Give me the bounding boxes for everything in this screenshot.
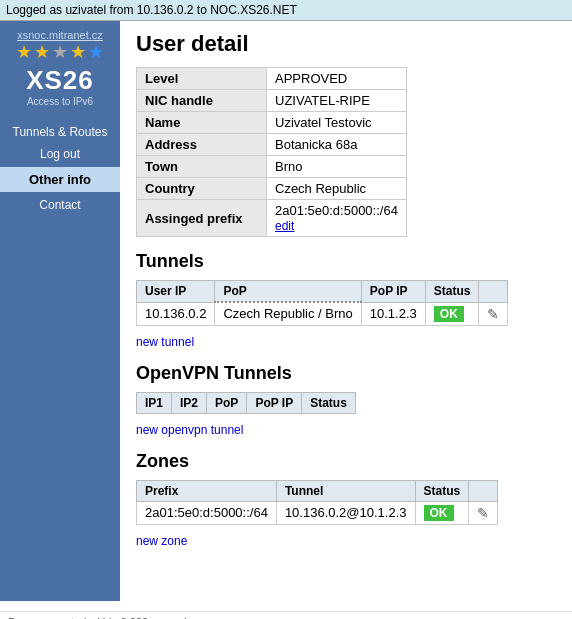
sidebar-nav: Tunnels & Routes Log out Other info Cont…: [0, 121, 120, 216]
user-info-table: Level APPROVED NIC handle UZIVATEL-RIPE …: [136, 67, 407, 237]
col-ip1: IP1: [137, 392, 172, 413]
col-user-ip: User IP: [137, 281, 215, 303]
zone-prefix: 2a01:5e0:d:5000::/64: [137, 501, 277, 524]
col-status: Status: [425, 281, 479, 303]
zone-edit[interactable]: ✎: [469, 501, 498, 524]
field-value-level: APPROVED: [267, 68, 407, 90]
page-title: User detail: [136, 31, 556, 57]
new-openvpn-link[interactable]: new openvpn tunnel: [136, 423, 243, 437]
col-pop: PoP: [215, 281, 361, 303]
sidebar: xsnoc.mitranet.cz ★ ★ ★ ★ ★ XS26 Access …: [0, 21, 120, 601]
col-zone-action: [469, 480, 498, 501]
field-label-town: Town: [137, 156, 267, 178]
zones-table-header: Prefix Tunnel Status: [137, 480, 498, 501]
field-value-country: Czech Republic: [267, 178, 407, 200]
layout: xsnoc.mitranet.cz ★ ★ ★ ★ ★ XS26 Access …: [0, 21, 572, 601]
zones-title: Zones: [136, 451, 556, 472]
col-zone-status: Status: [415, 480, 469, 501]
top-bar-text: Logged as uzivatel from 10.136.0.2 to NO…: [6, 3, 297, 17]
table-row: Country Czech Republic: [137, 178, 407, 200]
field-label-country: Country: [137, 178, 267, 200]
sidebar-item-contact[interactable]: Contact: [0, 194, 120, 216]
table-row: Level APPROVED: [137, 68, 407, 90]
table-row: Assinged prefix 2a01:5e0:d:5000::/64 edi…: [137, 200, 407, 237]
sidebar-logo-link[interactable]: xsnoc.mitranet.cz ★ ★ ★ ★ ★ XS26 Access …: [16, 29, 104, 113]
field-label-address: Address: [137, 134, 267, 156]
star-3: ★: [52, 41, 68, 63]
table-row: Name Uzivatel Testovic: [137, 112, 407, 134]
tunnel-edit-icon[interactable]: ✎: [487, 306, 499, 322]
prefix-value: 2a01:5e0:d:5000::/64: [275, 203, 398, 218]
tunnel-user-ip: 10.136.0.2: [137, 302, 215, 325]
table-row: NIC handle UZIVATEL-RIPE: [137, 90, 407, 112]
tunnels-title: Tunnels: [136, 251, 556, 272]
field-value-prefix: 2a01:5e0:d:5000::/64 edit: [267, 200, 407, 237]
field-label-nic: NIC handle: [137, 90, 267, 112]
openvpn-table: IP1 IP2 PoP PoP IP Status: [136, 392, 356, 414]
new-zone-link[interactable]: new zone: [136, 534, 187, 548]
star-4: ★: [70, 41, 86, 63]
col-tunnel: Tunnel: [276, 480, 415, 501]
star-1: ★: [16, 41, 32, 63]
tunnels-table-header: User IP PoP PoP IP Status: [137, 281, 508, 303]
top-bar: Logged as uzivatel from 10.136.0.2 to NO…: [0, 0, 572, 21]
zone-row: 2a01:5e0:d:5000::/64 10.136.0.2@10.1.2.3…: [137, 501, 498, 524]
zones-table: Prefix Tunnel Status 2a01:5e0:d:5000::/6…: [136, 480, 498, 525]
zone-status: OK: [415, 501, 469, 524]
tunnel-pop-ip: 10.1.2.3: [361, 302, 425, 325]
field-value-name: Uzivatel Testovic: [267, 112, 407, 134]
col-pop-ip: PoP IP: [361, 281, 425, 303]
tunnel-pop: Czech Republic / Brno: [215, 302, 361, 325]
table-row: Town Brno: [137, 156, 407, 178]
zone-tunnel: 10.136.0.2@10.1.2.3: [276, 501, 415, 524]
openvpn-table-header: IP1 IP2 PoP PoP IP Status: [137, 392, 356, 413]
zone-status-badge: OK: [424, 505, 454, 521]
edit-link[interactable]: edit: [275, 219, 294, 233]
field-value-town: Brno: [267, 156, 407, 178]
col-ip2: IP2: [172, 392, 207, 413]
sidebar-logo-domain: xsnoc.mitranet.cz: [17, 29, 103, 41]
col-vpn-status: Status: [302, 392, 356, 413]
star-2: ★: [34, 41, 50, 63]
stars-row: ★ ★ ★ ★ ★: [16, 41, 104, 63]
col-vpn-pop: PoP: [207, 392, 247, 413]
star-5: ★: [88, 41, 104, 63]
field-label-level: Level: [137, 68, 267, 90]
field-value-nic: UZIVATEL-RIPE: [267, 90, 407, 112]
col-prefix: Prefix: [137, 480, 277, 501]
logo-text: XS26: [26, 65, 94, 96]
logo-subtitle: Access to IPv6: [27, 96, 93, 107]
sidebar-item-logout[interactable]: Log out: [0, 143, 120, 165]
col-vpn-pop-ip: PoP IP: [247, 392, 302, 413]
footer: Page generated within 0.020 seconds: [0, 611, 572, 619]
sidebar-item-tunnels[interactable]: Tunnels & Routes: [0, 121, 120, 143]
main-content: User detail Level APPROVED NIC handle UZ…: [120, 21, 572, 558]
tunnel-edit[interactable]: ✎: [479, 302, 508, 325]
zone-edit-icon[interactable]: ✎: [477, 505, 489, 521]
field-value-address: Botanicka 68a: [267, 134, 407, 156]
status-badge: OK: [434, 306, 464, 322]
field-label-prefix: Assinged prefix: [137, 200, 267, 237]
table-row: Address Botanicka 68a: [137, 134, 407, 156]
tunnels-table: User IP PoP PoP IP Status 10.136.0.2 Cze…: [136, 280, 508, 326]
col-action: [479, 281, 508, 303]
tunnel-status: OK: [425, 302, 479, 325]
new-tunnel-link[interactable]: new tunnel: [136, 335, 194, 349]
openvpn-title: OpenVPN Tunnels: [136, 363, 556, 384]
field-label-name: Name: [137, 112, 267, 134]
tunnel-row: 10.136.0.2 Czech Republic / Brno 10.1.2.…: [137, 302, 508, 325]
sidebar-item-otherinfo[interactable]: Other info: [0, 167, 120, 192]
